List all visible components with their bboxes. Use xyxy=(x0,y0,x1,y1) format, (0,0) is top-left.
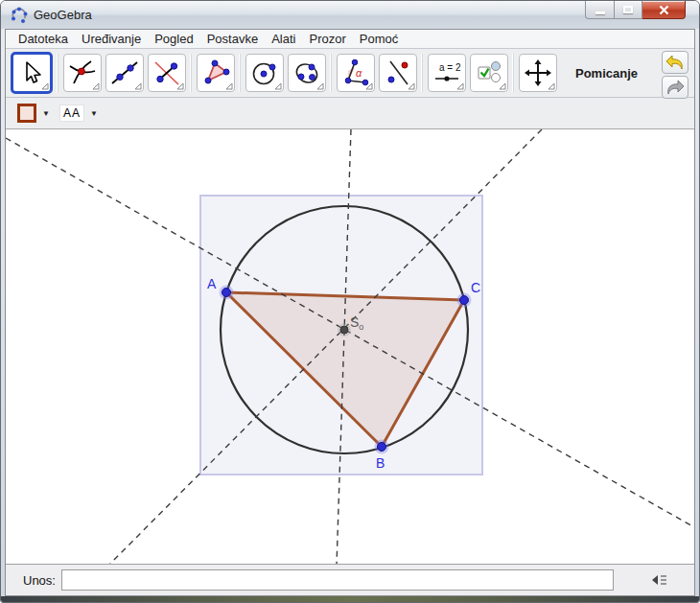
menu-item-alati[interactable]: Alati xyxy=(265,31,302,47)
tool-dropdown-icon[interactable] xyxy=(548,82,555,90)
point-B[interactable] xyxy=(378,443,386,452)
graphics-view[interactable]: ABCSo xyxy=(6,129,694,564)
tool-group-points-lines xyxy=(58,54,191,92)
maximize-icon xyxy=(623,6,633,13)
tool-slider-button[interactable]: a = 2 xyxy=(428,54,466,92)
tool-angle-button[interactable]: α xyxy=(337,54,375,92)
maximize-button[interactable] xyxy=(615,1,642,19)
input-help-toggle-icon[interactable] xyxy=(650,573,667,587)
input-bar: Unos: xyxy=(6,564,694,595)
tool-group-general xyxy=(513,54,562,92)
window-controls xyxy=(585,1,686,19)
point-S[interactable] xyxy=(340,326,348,334)
menu-item-pogled[interactable]: Pogled xyxy=(148,31,199,47)
command-input[interactable] xyxy=(61,569,614,591)
minimize-button[interactable] xyxy=(585,1,615,19)
menu-bar: DatotekaUređivanjePogledPostavkeAlatiPro… xyxy=(6,30,694,49)
minimize-icon xyxy=(595,12,605,14)
menu-item-datoteka[interactable]: Datoteka xyxy=(12,31,75,47)
close-button[interactable] xyxy=(642,1,686,19)
point-C[interactable] xyxy=(460,296,469,305)
tool-group-move xyxy=(6,52,58,94)
menu-item-pomoc[interactable]: Pomoć xyxy=(353,31,405,47)
tool-bar: α a = 2 xyxy=(6,49,694,98)
tool-group-action-objects: a = 2 xyxy=(422,54,513,92)
tool-dropdown-icon[interactable] xyxy=(274,82,282,90)
color-swatch-button[interactable] xyxy=(17,104,36,123)
svg-text:a = 2: a = 2 xyxy=(439,62,461,73)
tool-move-view-button[interactable] xyxy=(519,54,557,92)
tool-checkbox-button[interactable] xyxy=(470,54,508,92)
svg-text:α: α xyxy=(356,67,362,79)
tool-reflect-button[interactable] xyxy=(379,54,417,92)
tool-group-polygon xyxy=(191,54,240,92)
tool-dropdown-icon[interactable] xyxy=(225,82,233,90)
menu-item-postavke[interactable]: Postavke xyxy=(200,31,265,47)
tool-dropdown-icon[interactable] xyxy=(365,82,373,90)
input-label: Unos: xyxy=(23,573,56,588)
tool-dropdown-icon[interactable] xyxy=(499,82,506,90)
active-tool-label: Pomicanje xyxy=(575,66,638,81)
color-dropdown-icon[interactable]: ▼ xyxy=(42,109,50,118)
application-frame: DatotekaUređivanjePogledPostavkeAlatiPro… xyxy=(5,29,695,596)
redo-button[interactable] xyxy=(662,76,688,99)
tool-dropdown-icon[interactable] xyxy=(316,82,324,90)
tool-dropdown-icon[interactable] xyxy=(134,82,142,90)
redo-arrow-icon xyxy=(665,80,685,95)
tool-dropdown-icon[interactable] xyxy=(176,82,184,90)
tool-group-measure-transform: α xyxy=(331,54,422,92)
text-style-dropdown-icon[interactable]: ▼ xyxy=(90,109,98,118)
tool-polygon-button[interactable] xyxy=(197,54,235,92)
geogebra-window: GeoGebra DatotekaUređivanjePogledPostavk… xyxy=(0,0,700,603)
tool-circle-button[interactable] xyxy=(245,54,284,92)
tool-group-circles xyxy=(240,54,331,92)
title-bar[interactable]: GeoGebra xyxy=(1,1,699,29)
undo-redo-group xyxy=(662,51,688,101)
window-title: GeoGebra xyxy=(34,8,92,22)
point-label-C: C xyxy=(471,280,480,295)
tool-new-point-button[interactable] xyxy=(63,54,102,92)
window-bottom-edge xyxy=(1,596,699,602)
text-style-button[interactable]: AA xyxy=(59,104,84,122)
tool-intersect-button[interactable] xyxy=(148,54,186,92)
tool-dropdown-icon[interactable] xyxy=(408,82,415,90)
text-style-label: AA xyxy=(63,106,81,120)
menu-item-ureivanje[interactable]: Uređivanje xyxy=(75,31,148,47)
tool-line-button[interactable] xyxy=(105,54,144,92)
geogebra-logo-icon xyxy=(11,7,28,24)
tool-dropdown-icon[interactable] xyxy=(41,82,49,90)
tool-dropdown-icon[interactable] xyxy=(92,82,100,90)
tool-move-button[interactable] xyxy=(11,52,53,94)
tool-conic-button[interactable] xyxy=(288,54,326,92)
close-icon xyxy=(659,5,669,15)
point-label-B: B xyxy=(376,455,385,471)
menu-item-prozor[interactable]: Prozor xyxy=(302,31,352,47)
tool-dropdown-icon[interactable] xyxy=(456,82,464,90)
undo-button[interactable] xyxy=(662,51,688,74)
point-label-A: A xyxy=(207,276,217,291)
style-bar: ▼ AA ▼ xyxy=(6,98,694,129)
point-A[interactable] xyxy=(222,289,231,297)
undo-arrow-icon xyxy=(665,55,685,70)
